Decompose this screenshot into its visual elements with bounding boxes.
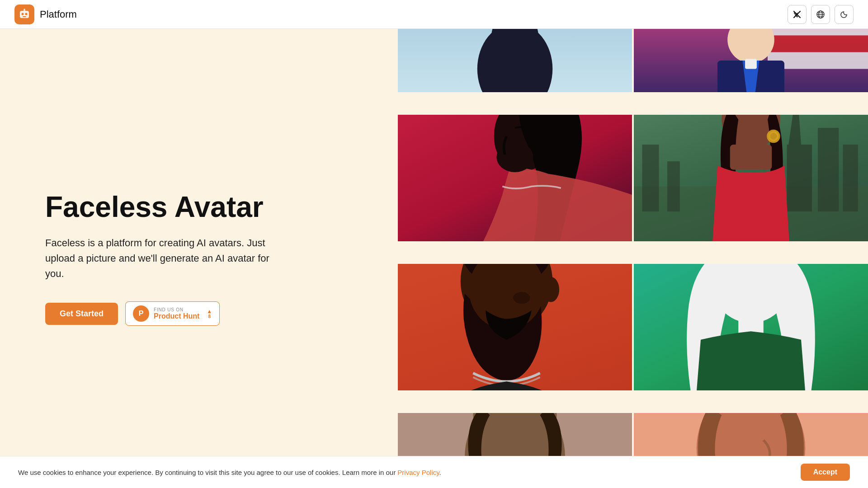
- gallery-cell-1: [398, 29, 632, 92]
- cookie-message: We use cookies to enhance your experienc…: [18, 469, 786, 476]
- dark-mode-button[interactable]: [835, 5, 854, 24]
- get-started-button[interactable]: Get Started: [45, 303, 118, 325]
- upvote-count: 8: [208, 314, 211, 319]
- svg-rect-31: [818, 128, 839, 211]
- product-hunt-find-label: FIND US ON: [154, 307, 199, 312]
- hero-content: Faceless Avatar Faceless is a platform f…: [0, 29, 398, 488]
- hero-description: Faceless is a platform for creating AI a…: [45, 235, 271, 282]
- nav-right: 𝕏: [788, 5, 854, 24]
- svg-rect-30: [667, 161, 680, 211]
- nav-left: Platform: [14, 5, 77, 24]
- gallery-cell-4: [634, 115, 868, 241]
- svg-point-5: [24, 9, 25, 10]
- gallery-cell-5: [398, 264, 632, 390]
- cookie-text-before-link: We use cookies to enhance your experienc…: [18, 469, 397, 476]
- svg-text:𝕏: 𝕏: [793, 12, 798, 19]
- twitter-button[interactable]: 𝕏: [788, 5, 807, 24]
- avatar-gallery: [398, 29, 868, 488]
- product-hunt-upvote: ▲ 8: [207, 309, 212, 319]
- gallery-cell-6: [634, 264, 868, 390]
- logo-icon: [14, 5, 34, 24]
- product-hunt-name: Product Hunt: [154, 312, 199, 320]
- navbar: Platform 𝕏: [0, 0, 868, 29]
- hero-actions: Get Started P FIND US ON Product Hunt ▲ …: [45, 301, 353, 326]
- product-hunt-badge[interactable]: P FIND US ON Product Hunt ▲ 8: [125, 301, 220, 326]
- hero-title: Faceless Avatar: [45, 191, 353, 223]
- svg-point-1: [22, 13, 24, 15]
- svg-rect-32: [843, 145, 858, 211]
- hero-section: Faceless Avatar Faceless is a platform f…: [0, 0, 868, 488]
- svg-rect-15: [486, 81, 544, 92]
- cookie-text-period: .: [439, 469, 441, 476]
- product-hunt-text: FIND US ON Product Hunt: [154, 307, 199, 320]
- product-hunt-logo: P: [133, 305, 149, 322]
- svg-rect-18: [768, 29, 868, 36]
- svg-rect-38: [730, 145, 772, 170]
- nav-title: Platform: [40, 9, 77, 20]
- gallery-cell-2: [634, 29, 868, 92]
- privacy-policy-link[interactable]: Privacy Policy: [397, 469, 439, 476]
- upvote-arrow-icon: ▲: [207, 309, 212, 314]
- svg-rect-34: [787, 145, 812, 211]
- svg-rect-19: [768, 36, 868, 52]
- gallery-cell-3: [398, 115, 632, 241]
- svg-point-43: [542, 277, 559, 302]
- svg-point-44: [513, 292, 530, 304]
- svg-rect-29: [642, 145, 659, 211]
- cookie-banner: We use cookies to enhance your experienc…: [0, 456, 868, 488]
- svg-rect-24: [745, 59, 757, 69]
- globe-button[interactable]: [811, 5, 830, 24]
- svg-rect-3: [23, 16, 26, 17]
- svg-point-2: [25, 13, 28, 15]
- svg-point-26: [496, 142, 533, 172]
- accept-cookie-button[interactable]: Accept: [801, 464, 850, 481]
